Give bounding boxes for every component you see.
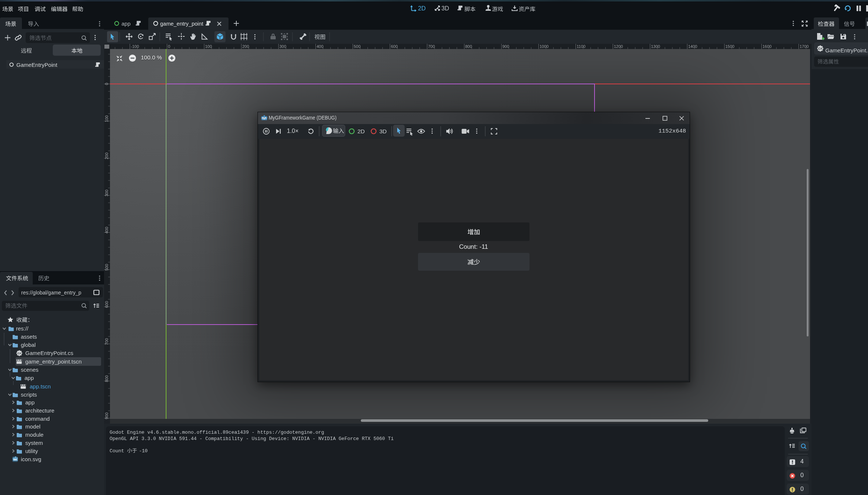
svg-text:C#: C# <box>17 351 22 355</box>
svg-text:C#: C# <box>818 47 822 51</box>
